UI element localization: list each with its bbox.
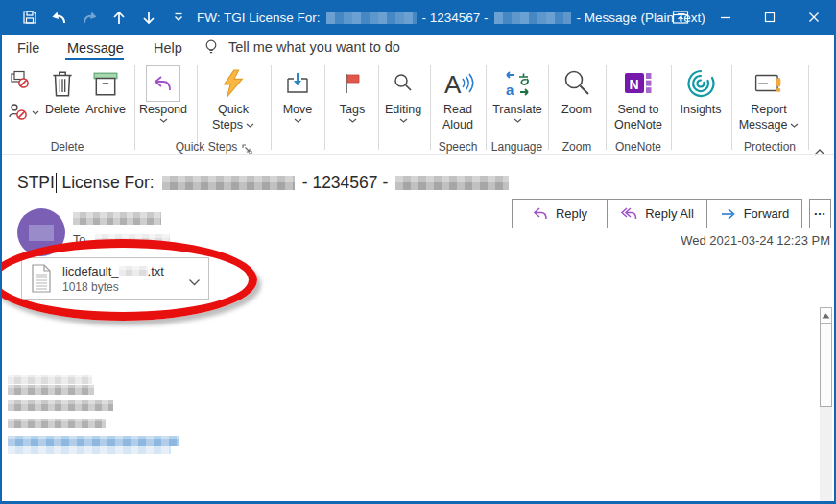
- group-separator: [731, 65, 732, 150]
- tell-me-box[interactable]: Tell me what you want to do: [203, 38, 400, 56]
- group-label-speech: Speech: [430, 140, 486, 154]
- tab-help[interactable]: Help: [154, 40, 182, 56]
- read-aloud-label: Read: [443, 103, 472, 117]
- reply-icon: [532, 206, 549, 222]
- tags-button[interactable]: Tags: [325, 65, 379, 123]
- send-to-onenote-label: OneNote: [614, 118, 662, 132]
- translate-icon: a: [503, 65, 532, 102]
- ellipsis-icon: …: [814, 204, 827, 218]
- respond-icon: [146, 65, 180, 102]
- quick-steps-dialog-launcher[interactable]: [242, 141, 252, 158]
- reply-label: Reply: [556, 206, 587, 221]
- send-to-onenote-label: Send to: [617, 103, 658, 117]
- subject-typed-text: STPI: [17, 173, 55, 193]
- read-aloud-icon: A: [441, 65, 475, 102]
- scrollbar-thumb[interactable]: [820, 324, 832, 407]
- send-to-onenote-button[interactable]: N Send to OneNote: [608, 65, 669, 132]
- redo-button[interactable]: [79, 0, 100, 35]
- redacted-text: [326, 12, 417, 24]
- archive-button[interactable]: Archive: [79, 65, 132, 117]
- next-item-button[interactable]: [138, 0, 159, 35]
- reply-button[interactable]: Reply: [512, 199, 608, 228]
- arrow-up-icon: [111, 10, 127, 26]
- body-redacted-line: [8, 400, 113, 411]
- translate-button[interactable]: a Translate: [488, 65, 547, 123]
- sender-name-redacted: [73, 212, 161, 225]
- respond-button[interactable]: Respond: [132, 65, 194, 123]
- customize-qat-button[interactable]: [168, 0, 189, 35]
- group-separator: [197, 65, 198, 150]
- tags-label: Tags: [340, 103, 365, 117]
- read-aloud-button[interactable]: A Read Aloud: [431, 65, 485, 132]
- outlook-message-window: FW: TGI License For: - 1234567 - - Messa…: [0, 0, 836, 504]
- subject-line[interactable]: STPI License For: - 1234567 -: [17, 170, 509, 195]
- lightning-icon: [219, 65, 248, 102]
- chevron-down-icon: [514, 118, 522, 123]
- archive-label: Archive: [85, 103, 126, 117]
- forward-button[interactable]: Forward: [706, 199, 802, 228]
- active-tab-underline: [65, 58, 124, 60]
- minimize-icon: [719, 11, 732, 24]
- forward-label: Forward: [744, 206, 790, 221]
- delete-label: Delete: [45, 103, 80, 117]
- redacted-text: [395, 176, 509, 190]
- body-redacted-line: [8, 419, 106, 428]
- respond-label: Respond: [139, 103, 187, 117]
- reply-all-button[interactable]: Reply All: [607, 199, 707, 228]
- insights-button[interactable]: Insights: [672, 65, 729, 117]
- quick-steps-label: Steps: [212, 118, 243, 132]
- previous-item-button[interactable]: [108, 0, 130, 35]
- ribbon-display-options-button[interactable]: [666, 0, 695, 35]
- group-label-onenote: OneNote: [606, 140, 671, 154]
- zoom-button[interactable]: Zoom: [550, 65, 604, 117]
- scroll-up-button[interactable]: [820, 307, 832, 324]
- chevron-down-icon: [246, 123, 254, 128]
- quick-steps-label: Quick: [218, 103, 249, 117]
- reply-all-icon: [620, 206, 638, 222]
- block-sender-icon: [8, 102, 29, 123]
- move-to-folder-icon: [284, 65, 311, 102]
- move-button[interactable]: Move: [271, 65, 324, 123]
- window-title: FW: TGI License For: - 1234567 - - Messa…: [197, 0, 705, 35]
- ribbon-display-options-icon: [672, 10, 689, 25]
- annotation-ellipse: [0, 239, 257, 321]
- subject-text: License For:: [61, 173, 154, 193]
- undo-button[interactable]: [49, 0, 70, 35]
- junk-button[interactable]: [8, 102, 39, 123]
- maximize-icon: [763, 11, 776, 24]
- save-icon: [22, 10, 37, 25]
- triangle-up-icon: [822, 313, 830, 319]
- redacted-text: [494, 12, 571, 24]
- archive-icon: [92, 65, 119, 102]
- move-label: Move: [283, 103, 313, 117]
- report-message-label: Message: [739, 118, 788, 132]
- group-label-delete: Delete: [0, 140, 134, 154]
- close-button[interactable]: [796, 0, 832, 35]
- maximize-button[interactable]: [754, 0, 785, 35]
- ignore-button[interactable]: [10, 69, 31, 94]
- report-message-button[interactable]: Report Message: [735, 65, 802, 132]
- text-caret: [56, 173, 58, 193]
- group-separator: [808, 65, 809, 150]
- chevron-down-icon: [348, 118, 357, 123]
- title-bar: FW: TGI License For: - 1234567 - - Messa…: [0, 0, 836, 35]
- editing-button[interactable]: Editing: [376, 65, 430, 123]
- svg-text:a: a: [506, 82, 514, 98]
- arrow-down-icon: [141, 10, 156, 26]
- minimize-button[interactable]: [710, 0, 741, 35]
- chevron-down-icon: [294, 118, 302, 123]
- tab-file[interactable]: File: [17, 40, 39, 56]
- save-button[interactable]: [19, 0, 40, 35]
- quick-steps-button[interactable]: Quick Steps: [203, 65, 264, 132]
- group-separator: [548, 65, 549, 150]
- subject-text: - 1234567 -: [302, 173, 389, 193]
- redacted-initials: [29, 225, 54, 241]
- insights-icon: [686, 65, 715, 102]
- more-actions-button[interactable]: …: [809, 199, 831, 228]
- collapse-ribbon-button[interactable]: [814, 142, 825, 159]
- ignore-icon: [10, 69, 31, 90]
- body-redacted-line: [8, 385, 94, 395]
- flag-icon: [341, 65, 364, 102]
- zoom-label: Zoom: [561, 103, 592, 117]
- tab-message[interactable]: Message: [67, 40, 124, 56]
